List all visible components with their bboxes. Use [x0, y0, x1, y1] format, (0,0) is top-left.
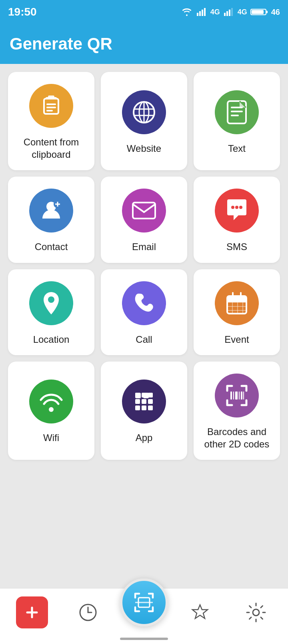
svg-rect-50 — [142, 393, 146, 398]
call-icon-circle — [122, 281, 166, 325]
grid-item-sms[interactable]: SMS — [194, 177, 280, 262]
website-icon-circle — [122, 90, 166, 134]
svg-rect-56 — [142, 405, 146, 410]
clipboard-icon — [39, 94, 63, 118]
svg-rect-2 — [202, 10, 203, 16]
svg-rect-3 — [204, 8, 206, 16]
app-icon — [131, 389, 157, 414]
clipboard-icon-circle — [29, 84, 73, 128]
signal-icon-2 — [223, 7, 234, 17]
signal-type-2: 4G — [238, 8, 247, 16]
event-label: Event — [224, 333, 249, 346]
svg-rect-14 — [46, 107, 56, 108]
app-icon-circle — [122, 380, 166, 423]
add-button[interactable] — [16, 596, 48, 628]
contact-icon-circle — [29, 189, 73, 233]
text-label: Text — [228, 142, 246, 155]
svg-rect-6 — [229, 10, 230, 16]
home-indicator — [120, 638, 168, 640]
status-time: 19:50 — [8, 6, 37, 18]
location-icon-circle — [29, 281, 73, 325]
wifi-icon — [38, 389, 64, 414]
scan-button[interactable] — [120, 578, 168, 626]
svg-point-45 — [49, 407, 54, 412]
bottom-nav — [0, 588, 288, 644]
signal-type-1: 4G — [210, 8, 220, 16]
signal-icon — [196, 7, 207, 17]
wifi-label: Wifi — [43, 431, 59, 444]
grid-item-barcode[interactable]: Barcodes and other 2D codes — [194, 362, 280, 460]
svg-rect-55 — [135, 405, 140, 410]
location-icon — [42, 290, 61, 316]
settings-icon — [245, 602, 267, 623]
grid-item-clipboard[interactable]: Content from clipboard — [8, 72, 94, 170]
contact-icon — [38, 198, 64, 223]
svg-rect-49 — [135, 393, 140, 398]
call-label: Call — [136, 333, 152, 346]
nav-scan[interactable] — [116, 598, 172, 626]
website-label: Website — [127, 142, 161, 155]
svg-rect-61 — [239, 392, 240, 400]
status-icons: 4G 4G 46 — [181, 7, 280, 17]
svg-rect-57 — [148, 405, 153, 410]
svg-rect-59 — [233, 392, 234, 400]
barcode-icon-circle — [215, 374, 259, 417]
grid-item-website[interactable]: Website — [101, 72, 187, 170]
svg-point-33 — [239, 206, 242, 209]
contact-label: Contact — [35, 241, 68, 253]
grid-container: Content from clipboard Website — [0, 64, 288, 468]
app-label: App — [136, 431, 153, 444]
globe-icon — [131, 99, 157, 125]
svg-rect-5 — [226, 11, 228, 16]
grid-item-app[interactable]: App — [101, 362, 187, 460]
grid-item-event[interactable]: Event — [194, 269, 280, 355]
email-icon — [131, 201, 157, 220]
grid-item-call[interactable]: Call — [101, 269, 187, 355]
svg-rect-58 — [230, 392, 232, 400]
grid-item-contact[interactable]: Contact — [8, 177, 94, 262]
text-icon — [225, 99, 248, 125]
svg-point-31 — [231, 206, 234, 209]
location-label: Location — [33, 333, 70, 346]
event-icon-circle — [215, 281, 259, 325]
svg-rect-62 — [241, 392, 242, 400]
scan-icon — [132, 590, 156, 614]
nav-settings[interactable] — [228, 602, 284, 623]
nav-add[interactable] — [4, 596, 60, 628]
svg-rect-7 — [231, 8, 233, 16]
svg-point-32 — [235, 206, 238, 209]
sms-label: SMS — [226, 241, 247, 253]
svg-point-34 — [48, 296, 54, 303]
grid-item-email[interactable]: Email — [101, 177, 187, 262]
clipboard-label: Content from clipboard — [14, 136, 88, 161]
status-bar: 19:50 4G 4G 46 — [0, 0, 288, 24]
grid-item-wifi[interactable]: Wifi — [8, 362, 94, 460]
history-icon — [77, 602, 99, 623]
favorites-icon — [189, 602, 211, 623]
svg-rect-4 — [224, 13, 226, 16]
call-icon — [133, 292, 155, 314]
add-icon — [24, 604, 40, 620]
sms-icon — [224, 198, 250, 223]
svg-rect-13 — [46, 103, 56, 105]
svg-rect-12 — [44, 99, 58, 114]
svg-rect-30 — [133, 203, 155, 219]
nav-favorites[interactable] — [172, 602, 228, 623]
header: Generate QR — [0, 24, 288, 64]
svg-rect-0 — [197, 13, 198, 16]
text-icon-circle — [215, 90, 259, 134]
svg-point-70 — [253, 609, 259, 616]
svg-rect-60 — [235, 392, 238, 400]
bottom-spacer — [0, 468, 288, 548]
svg-rect-10 — [252, 10, 264, 14]
battery-percent: 46 — [271, 8, 280, 17]
grid-item-location[interactable]: Location — [8, 269, 94, 355]
event-icon — [225, 291, 249, 315]
svg-rect-52 — [135, 399, 140, 404]
barcode-label: Barcodes and other 2D codes — [200, 425, 274, 450]
email-icon-circle — [122, 189, 166, 233]
nav-history[interactable] — [60, 602, 116, 623]
grid-item-text[interactable]: Text — [194, 72, 280, 170]
page-title: Generate QR — [10, 34, 112, 54]
svg-rect-1 — [199, 11, 201, 16]
